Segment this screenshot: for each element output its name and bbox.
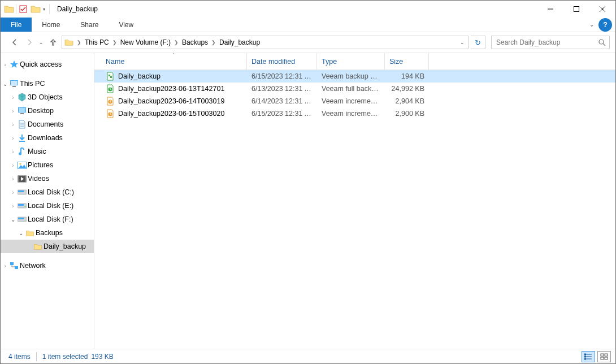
nav-label: Network <box>20 262 46 270</box>
svg-point-5 <box>599 40 604 44</box>
titlebar: ▾ Daily_backup <box>1 1 615 18</box>
file-date: 6/15/2023 12:31 AM <box>247 72 317 80</box>
nav-item-desktop[interactable]: ›Desktop <box>1 104 94 118</box>
close-button[interactable] <box>589 1 615 18</box>
svg-rect-22 <box>25 175 27 182</box>
file-name: Daily_backup2023-06-14T003019 <box>118 97 224 105</box>
nav-label: Videos <box>28 175 49 183</box>
svg-rect-48 <box>605 357 608 359</box>
file-tab[interactable]: File <box>1 18 32 32</box>
tab-view[interactable]: View <box>109 18 144 32</box>
breadcrumb-daily[interactable]: Daily_backup <box>217 38 262 46</box>
nav-item-local-disk-c-[interactable]: ›Local Disk (C:) <box>1 185 94 199</box>
status-bar: 4 items 1 item selected 193 KB <box>1 349 615 363</box>
file-size: 2,900 KB <box>385 110 429 118</box>
nav-item-documents[interactable]: ›Documents <box>1 118 94 131</box>
nav-label: Music <box>28 148 46 155</box>
down-icon <box>16 133 28 142</box>
nav-backups[interactable]: ⌄ Backups <box>1 226 94 240</box>
file-size: 24,992 KB <box>385 85 429 93</box>
breadcrumb-volume[interactable]: New Volume (F:) <box>118 38 173 46</box>
nav-item-music[interactable]: ›Music <box>1 145 94 158</box>
file-row[interactable]: Daily_backup2023-06-14T0030196/14/2023 1… <box>94 95 615 107</box>
chevron-right-icon[interactable]: ❯ <box>173 40 180 45</box>
music-icon <box>16 147 28 156</box>
nav-this-pc[interactable]: ⌄ This PC <box>1 77 94 90</box>
svg-rect-47 <box>601 357 604 359</box>
nav-label: Local Disk (C:) <box>28 188 74 196</box>
file-type: Veeam increment... <box>317 97 385 105</box>
file-row[interactable]: Daily_backup2023-06-15T0030206/15/2023 1… <box>94 107 615 120</box>
svg-rect-27 <box>18 204 24 206</box>
file-name: Daily_backup <box>118 72 160 80</box>
svg-rect-42 <box>584 353 586 355</box>
column-name[interactable]: Name˄ <box>101 53 247 70</box>
file-type: Veeam backup ch... <box>317 72 385 80</box>
nav-item-3d-objects[interactable]: ›3D Objects <box>1 90 94 104</box>
column-size[interactable]: Size <box>385 53 429 70</box>
network-icon <box>8 262 20 270</box>
disk-icon <box>16 202 28 209</box>
nav-network[interactable]: › Network <box>1 259 94 272</box>
view-details-button[interactable] <box>582 351 595 362</box>
svg-rect-11 <box>19 108 25 112</box>
nav-item-videos[interactable]: ›Videos <box>1 172 94 185</box>
file-icon <box>106 109 115 118</box>
nav-label: Downloads <box>28 134 63 142</box>
svg-rect-45 <box>601 354 604 356</box>
nav-item-local-disk-e-[interactable]: ›Local Disk (E:) <box>1 199 94 213</box>
app-folder-icon <box>4 5 14 14</box>
file-type: Veeam full backup... <box>317 85 385 93</box>
nav-back-button[interactable] <box>8 36 21 49</box>
pic-icon <box>16 162 28 169</box>
tab-share[interactable]: Share <box>70 18 109 32</box>
ribbon-expand-icon[interactable]: ⌄ <box>585 18 598 32</box>
nav-forward-button[interactable] <box>23 36 36 49</box>
nav-daily-backup[interactable]: Daily_backup <box>1 240 94 253</box>
navbar: ⌄ ❯ This PC ❯ New Volume (F:) ❯ Backups … <box>1 32 615 53</box>
file-name: Daily_backup2023-06-13T142701 <box>118 85 224 93</box>
status-item-count: 4 items <box>8 353 31 361</box>
file-row[interactable]: Daily_backup6/15/2023 12:31 AMVeeam back… <box>94 70 615 83</box>
maximize-button[interactable] <box>563 1 589 18</box>
svg-point-17 <box>19 153 21 155</box>
chevron-right-icon[interactable]: ❯ <box>210 40 217 45</box>
qat-newfolder-icon[interactable] <box>31 5 41 14</box>
refresh-button[interactable]: ↻ <box>471 36 485 49</box>
search-icon[interactable] <box>598 38 606 46</box>
sort-ascending-icon: ˄ <box>172 53 175 58</box>
view-large-button[interactable] <box>597 351 611 362</box>
file-date: 6/15/2023 12:31 AM <box>247 110 317 118</box>
svg-rect-35 <box>110 76 112 78</box>
file-row[interactable]: Daily_backup2023-06-13T1427016/13/2023 1… <box>94 83 615 95</box>
qat-customize-icon[interactable]: ▾ <box>41 7 47 12</box>
file-name: Daily_backup2023-06-15T003020 <box>118 110 224 118</box>
search-box[interactable] <box>491 36 610 49</box>
breadcrumb-backups[interactable]: Backups <box>180 38 210 46</box>
nav-quick-access[interactable]: › Quick access <box>1 58 94 71</box>
help-icon[interactable]: ? <box>598 18 612 32</box>
search-input[interactable] <box>495 38 598 47</box>
desktop-icon <box>16 107 28 115</box>
nav-local-disk-f[interactable]: ⌄ Local Disk (F:) <box>1 213 94 226</box>
address-bar[interactable]: ❯ This PC ❯ New Volume (F:) ❯ Backups ❯ … <box>62 36 468 49</box>
column-date[interactable]: Date modified <box>247 53 317 70</box>
file-date: 6/13/2023 12:31 AM <box>247 85 317 93</box>
tab-home[interactable]: Home <box>32 18 70 32</box>
qat-properties-icon[interactable] <box>18 4 28 14</box>
breadcrumb-this-pc[interactable]: This PC <box>83 38 111 46</box>
file-icon <box>106 72 115 81</box>
file-size: 194 KB <box>385 72 429 80</box>
minimize-button[interactable] <box>537 1 563 18</box>
chevron-right-icon[interactable]: ❯ <box>111 40 118 45</box>
column-type[interactable]: Type <box>317 53 385 70</box>
nav-item-downloads[interactable]: ›Downloads <box>1 131 94 145</box>
file-icon <box>106 97 115 106</box>
nav-recent-dropdown[interactable]: ⌄ <box>38 36 45 49</box>
chevron-right-icon[interactable]: ❯ <box>76 40 83 45</box>
address-history-dropdown[interactable]: ⌄ <box>457 40 468 45</box>
nav-up-button[interactable] <box>47 36 59 49</box>
file-date: 6/14/2023 12:31 AM <box>247 97 317 105</box>
svg-rect-8 <box>11 81 18 85</box>
nav-item-pictures[interactable]: ›Pictures <box>1 158 94 172</box>
